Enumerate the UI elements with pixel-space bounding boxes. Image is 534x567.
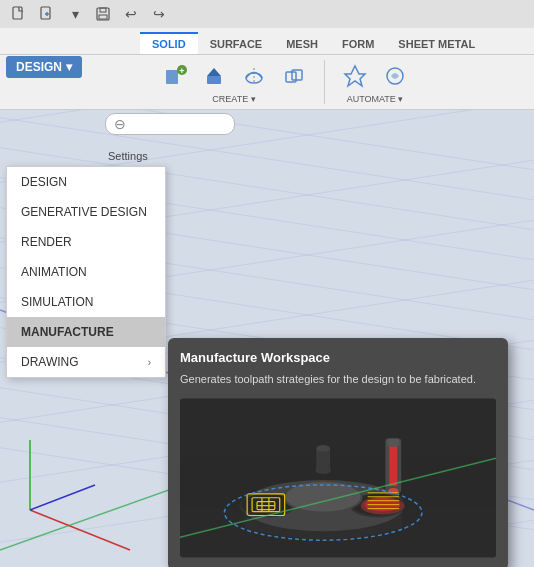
menu-item-generative-design[interactable]: GENERATIVE DESIGN [7, 197, 165, 227]
search-icon: ⊖ [114, 116, 126, 132]
dropdown-arrow-icon[interactable]: ▾ [64, 3, 86, 25]
create-label[interactable]: CREATE ▾ [212, 94, 255, 104]
menu-item-simulation[interactable]: SIMULATION [7, 287, 165, 317]
create-label-text: CREATE ▾ [212, 94, 255, 104]
tab-mesh[interactable]: MESH [274, 32, 330, 54]
menu-item-drawing[interactable]: DRAWING › [7, 347, 165, 377]
create-group: + [156, 60, 312, 104]
separator-1 [324, 60, 325, 104]
design-button[interactable]: DESIGN ▾ [6, 56, 82, 78]
menu-item-simulation-label: SIMULATION [21, 295, 93, 309]
save-icon[interactable] [92, 3, 114, 25]
svg-rect-62 [389, 446, 397, 486]
redo-icon[interactable]: ↪ [148, 3, 170, 25]
popup-title: Manufacture Workspace [180, 350, 496, 365]
revolve-button[interactable] [236, 60, 272, 92]
automate-group: AUTOMATE ▾ [337, 60, 413, 104]
create-new-body-button[interactable]: + [156, 60, 192, 92]
canvas-area: ⊖ Settings vs ies DESIGN GENERATIVE DESI… [0, 110, 534, 567]
svg-rect-7 [166, 70, 178, 84]
new-file-icon[interactable] [36, 3, 58, 25]
tab-surface[interactable]: SURFACE [198, 32, 275, 54]
menu-item-manufacture[interactable]: MANUFACTURE [7, 317, 165, 347]
svg-line-42 [30, 485, 95, 510]
svg-point-75 [316, 444, 330, 451]
file-icon[interactable] [8, 3, 30, 25]
menu-item-animation-label: ANIMATION [21, 265, 87, 279]
svg-rect-0 [13, 7, 22, 19]
popup-description: Generates toolpath strategies for the de… [180, 371, 496, 388]
combine-button[interactable] [276, 60, 312, 92]
svg-marker-11 [207, 68, 221, 76]
menu-item-drawing-label: DRAWING [21, 355, 79, 369]
menu-item-render[interactable]: RENDER [7, 227, 165, 257]
toolbar-top: ▾ ↩ ↪ [0, 0, 534, 28]
drawing-submenu-icon: › [148, 357, 151, 368]
popup-image [180, 398, 496, 558]
design-button-label: DESIGN [16, 60, 62, 74]
search-bar[interactable]: ⊖ [105, 113, 235, 135]
automate-secondary-button[interactable] [377, 60, 413, 92]
undo-icon[interactable]: ↩ [120, 3, 142, 25]
svg-rect-6 [99, 15, 107, 19]
svg-marker-16 [345, 66, 365, 86]
svg-rect-10 [207, 76, 221, 84]
design-button-arrow: ▾ [66, 60, 72, 74]
menu-item-render-label: RENDER [21, 235, 72, 249]
menu-item-design[interactable]: DESIGN [7, 167, 165, 197]
svg-rect-1 [41, 7, 50, 19]
tab-solid[interactable]: SOLID [140, 32, 198, 54]
context-menu-settings[interactable]: Settings [108, 150, 148, 162]
menu-item-manufacture-label: MANUFACTURE [21, 325, 114, 339]
svg-rect-61 [387, 438, 399, 446]
menu-item-generative-design-label: GENERATIVE DESIGN [21, 205, 147, 219]
menu-item-design-label: DESIGN [21, 175, 67, 189]
automate-label[interactable]: AUTOMATE ▾ [347, 94, 404, 104]
menu-item-animation[interactable]: ANIMATION [7, 257, 165, 287]
manufacture-popup: Manufacture Workspace Generates toolpath… [168, 338, 508, 567]
tab-form[interactable]: FORM [330, 32, 386, 54]
dropdown-menu: DESIGN GENERATIVE DESIGN RENDER ANIMATIO… [6, 166, 166, 378]
automate-label-text: AUTOMATE ▾ [347, 94, 404, 104]
svg-line-39 [0, 110, 534, 130]
toolbar-tabs: SOLID SURFACE MESH FORM SHEET METAL [0, 28, 534, 56]
automate-button[interactable] [337, 60, 373, 92]
svg-text:+: + [179, 66, 184, 76]
svg-rect-5 [100, 8, 106, 12]
tab-sheet-metal[interactable]: SHEET METAL [386, 32, 487, 54]
extrude-button[interactable] [196, 60, 232, 92]
toolbar: ▾ ↩ ↪ SOLID SURFACE MESH FORM SHEET META… [0, 0, 534, 110]
svg-line-40 [30, 510, 130, 550]
